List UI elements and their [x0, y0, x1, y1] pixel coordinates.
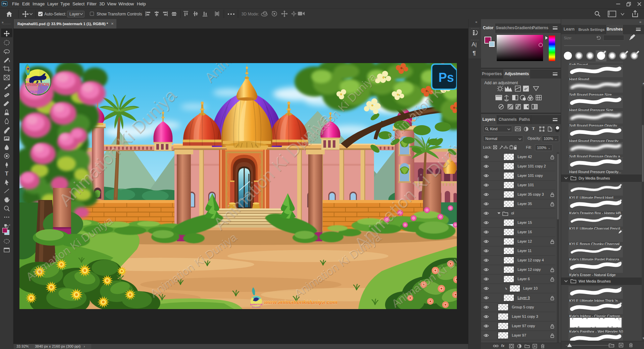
svg-text:KI DUNIYA: KI DUNIYA [252, 306, 260, 308]
svg-text:ANIMATION: ANIMATION [25, 82, 50, 87]
svg-text:ANIMATION: ANIMATION [250, 303, 263, 306]
svg-text:DUNIYA: DUNIYA [30, 90, 44, 94]
svg-text:T: T [5, 170, 9, 177]
svg-text:Ps: Ps [438, 70, 454, 85]
svg-text:www.animationkiduniya.com: www.animationkiduniya.com [264, 299, 337, 305]
